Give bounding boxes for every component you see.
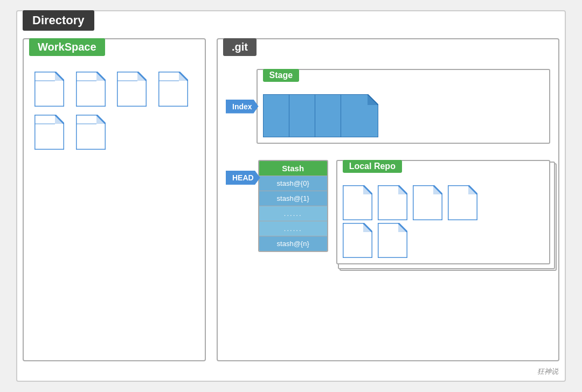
index-arrow: Index bbox=[226, 100, 259, 114]
svg-marker-31 bbox=[433, 185, 442, 194]
repo-file-icon-4 bbox=[448, 185, 477, 220]
stage-label: Stage bbox=[263, 69, 300, 82]
workspace-file-icon-5 bbox=[34, 115, 64, 150]
stash-item-dots-1: ...... bbox=[259, 206, 327, 221]
workspace-panel: WorkSpace bbox=[23, 38, 206, 361]
git-panel: .git Index Stage bbox=[217, 38, 559, 361]
stage-box: Stage bbox=[257, 69, 550, 144]
svg-marker-16 bbox=[96, 115, 106, 124]
head-arrow: HEAD bbox=[226, 171, 260, 185]
repo-file-icon-1 bbox=[343, 185, 372, 220]
stash-item-n: stash@{n} bbox=[259, 236, 327, 251]
stage-row: Index Stage bbox=[226, 69, 550, 144]
repo-files-row2 bbox=[343, 223, 541, 258]
workspace-files-row1 bbox=[34, 72, 194, 107]
svg-marker-25 bbox=[368, 94, 378, 105]
stage-files bbox=[263, 94, 541, 137]
svg-marker-33 bbox=[468, 185, 477, 194]
directory-title: Directory bbox=[23, 10, 94, 31]
main-container: Directory WorkSpace bbox=[16, 10, 566, 382]
stash-item-1: stash@{1} bbox=[259, 191, 327, 206]
git-label: .git bbox=[223, 38, 257, 56]
repo-box: Local Repo bbox=[336, 160, 550, 264]
workspace-file-icon-1 bbox=[34, 72, 64, 107]
svg-marker-1 bbox=[55, 72, 64, 81]
workspace-file-icon-6 bbox=[76, 115, 106, 150]
workspace-label: WorkSpace bbox=[29, 38, 105, 56]
workspace-file-icon-2 bbox=[76, 72, 106, 107]
head-row: HEAD Stash stash@{0} stash@{1} ...... .. bbox=[226, 160, 550, 264]
workspace-file-icon-4 bbox=[158, 72, 188, 107]
stash-header: Stash bbox=[259, 161, 327, 176]
workspace-files-row2 bbox=[34, 115, 194, 150]
stash-item-dots-2: ...... bbox=[259, 221, 327, 236]
stash-item-0: stash@{0} bbox=[259, 176, 327, 191]
stage-file-icon-4 bbox=[341, 94, 378, 137]
svg-marker-37 bbox=[398, 223, 407, 232]
stash-repo-container: Stash stash@{0} stash@{1} ...... ...... … bbox=[258, 160, 550, 264]
watermark: 狂神说 bbox=[537, 367, 558, 376]
repo-file-icon-6 bbox=[378, 223, 407, 258]
repo-stack: Local Repo bbox=[336, 160, 550, 264]
content-area: WorkSpace bbox=[23, 38, 559, 375]
workspace-file-icon-3 bbox=[117, 72, 147, 107]
repo-and-stash: Stash stash@{0} stash@{1} ...... ...... … bbox=[258, 160, 550, 264]
svg-marker-27 bbox=[363, 185, 372, 194]
repo-label: Local Repo bbox=[343, 160, 402, 173]
repo-file-icon-5 bbox=[343, 223, 372, 258]
svg-marker-13 bbox=[55, 115, 64, 124]
repo-file-icon-2 bbox=[378, 185, 407, 220]
svg-marker-35 bbox=[363, 223, 372, 232]
stash-box: Stash stash@{0} stash@{1} ...... ...... … bbox=[258, 160, 328, 252]
repo-file-icon-3 bbox=[413, 185, 442, 220]
git-content: Index Stage bbox=[226, 69, 550, 264]
head-arrow-container: HEAD bbox=[226, 160, 258, 185]
svg-marker-4 bbox=[96, 72, 106, 81]
svg-marker-29 bbox=[398, 185, 407, 194]
repo-files-row1 bbox=[343, 185, 541, 220]
